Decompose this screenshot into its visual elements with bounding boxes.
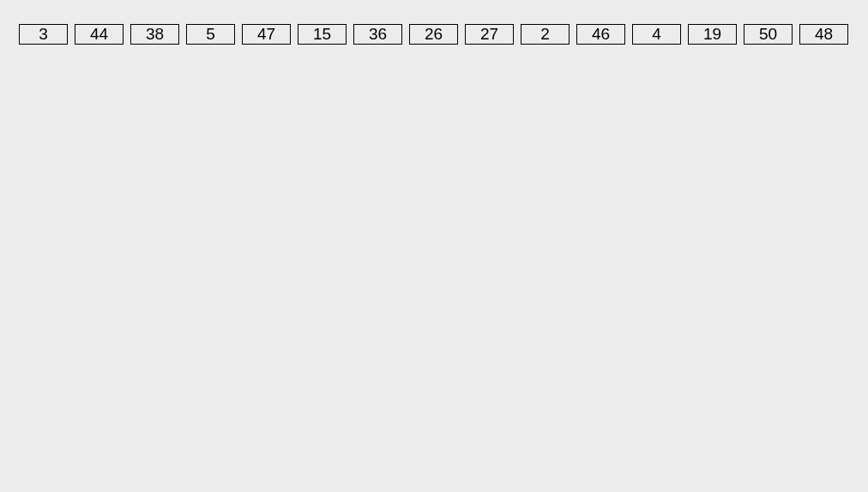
number-button-9[interactable]: 2 [521,24,570,45]
button-row: 3 44 38 5 47 15 36 26 27 2 46 4 19 50 48 [0,0,868,69]
number-button-4[interactable]: 47 [242,24,291,45]
number-button-10[interactable]: 46 [576,24,625,45]
number-button-0[interactable]: 3 [19,24,68,45]
number-button-11[interactable]: 4 [632,24,681,45]
number-button-12[interactable]: 19 [688,24,737,45]
number-button-2[interactable]: 38 [130,24,179,45]
number-button-1[interactable]: 44 [75,24,124,45]
number-button-14[interactable]: 48 [799,24,848,45]
number-button-6[interactable]: 36 [353,24,402,45]
number-button-8[interactable]: 27 [465,24,514,45]
number-button-7[interactable]: 26 [409,24,458,45]
number-button-13[interactable]: 50 [744,24,793,45]
number-button-3[interactable]: 5 [186,24,235,45]
number-button-5[interactable]: 15 [298,24,347,45]
